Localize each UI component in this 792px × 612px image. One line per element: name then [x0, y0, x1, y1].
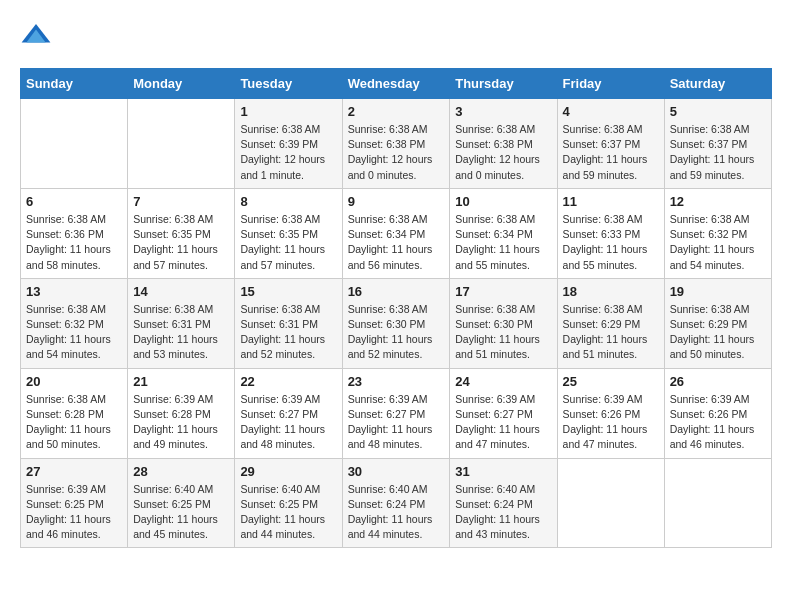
calendar-cell: 25Sunrise: 6:39 AM Sunset: 6:26 PM Dayli…: [557, 368, 664, 458]
day-info: Sunrise: 6:38 AM Sunset: 6:37 PM Dayligh…: [670, 122, 766, 183]
calendar-cell: 20Sunrise: 6:38 AM Sunset: 6:28 PM Dayli…: [21, 368, 128, 458]
day-info: Sunrise: 6:38 AM Sunset: 6:33 PM Dayligh…: [563, 212, 659, 273]
day-number: 12: [670, 194, 766, 209]
calendar-cell: 12Sunrise: 6:38 AM Sunset: 6:32 PM Dayli…: [664, 188, 771, 278]
calendar-cell: 28Sunrise: 6:40 AM Sunset: 6:25 PM Dayli…: [128, 458, 235, 548]
calendar-cell: 2Sunrise: 6:38 AM Sunset: 6:38 PM Daylig…: [342, 99, 450, 189]
calendar-cell: 11Sunrise: 6:38 AM Sunset: 6:33 PM Dayli…: [557, 188, 664, 278]
header-day: Monday: [128, 69, 235, 99]
calendar-cell: 27Sunrise: 6:39 AM Sunset: 6:25 PM Dayli…: [21, 458, 128, 548]
day-number: 22: [240, 374, 336, 389]
day-number: 14: [133, 284, 229, 299]
day-number: 24: [455, 374, 551, 389]
day-number: 20: [26, 374, 122, 389]
day-info: Sunrise: 6:39 AM Sunset: 6:26 PM Dayligh…: [563, 392, 659, 453]
day-info: Sunrise: 6:38 AM Sunset: 6:35 PM Dayligh…: [240, 212, 336, 273]
day-info: Sunrise: 6:40 AM Sunset: 6:25 PM Dayligh…: [133, 482, 229, 543]
calendar-cell: 13Sunrise: 6:38 AM Sunset: 6:32 PM Dayli…: [21, 278, 128, 368]
day-info: Sunrise: 6:40 AM Sunset: 6:24 PM Dayligh…: [348, 482, 445, 543]
day-number: 4: [563, 104, 659, 119]
day-info: Sunrise: 6:38 AM Sunset: 6:31 PM Dayligh…: [240, 302, 336, 363]
day-number: 15: [240, 284, 336, 299]
day-info: Sunrise: 6:38 AM Sunset: 6:29 PM Dayligh…: [670, 302, 766, 363]
header-day: Tuesday: [235, 69, 342, 99]
calendar-cell: 5Sunrise: 6:38 AM Sunset: 6:37 PM Daylig…: [664, 99, 771, 189]
calendar-body: 1Sunrise: 6:38 AM Sunset: 6:39 PM Daylig…: [21, 99, 772, 548]
day-info: Sunrise: 6:38 AM Sunset: 6:36 PM Dayligh…: [26, 212, 122, 273]
calendar-cell: 30Sunrise: 6:40 AM Sunset: 6:24 PM Dayli…: [342, 458, 450, 548]
day-info: Sunrise: 6:38 AM Sunset: 6:38 PM Dayligh…: [455, 122, 551, 183]
day-number: 30: [348, 464, 445, 479]
day-number: 13: [26, 284, 122, 299]
day-number: 16: [348, 284, 445, 299]
day-number: 2: [348, 104, 445, 119]
day-number: 19: [670, 284, 766, 299]
day-number: 17: [455, 284, 551, 299]
calendar-week-row: 20Sunrise: 6:38 AM Sunset: 6:28 PM Dayli…: [21, 368, 772, 458]
day-info: Sunrise: 6:39 AM Sunset: 6:27 PM Dayligh…: [240, 392, 336, 453]
day-info: Sunrise: 6:39 AM Sunset: 6:28 PM Dayligh…: [133, 392, 229, 453]
calendar-cell: 18Sunrise: 6:38 AM Sunset: 6:29 PM Dayli…: [557, 278, 664, 368]
header-row: SundayMondayTuesdayWednesdayThursdayFrid…: [21, 69, 772, 99]
day-info: Sunrise: 6:40 AM Sunset: 6:24 PM Dayligh…: [455, 482, 551, 543]
day-info: Sunrise: 6:38 AM Sunset: 6:28 PM Dayligh…: [26, 392, 122, 453]
day-info: Sunrise: 6:38 AM Sunset: 6:37 PM Dayligh…: [563, 122, 659, 183]
calendar-cell: 31Sunrise: 6:40 AM Sunset: 6:24 PM Dayli…: [450, 458, 557, 548]
day-info: Sunrise: 6:38 AM Sunset: 6:39 PM Dayligh…: [240, 122, 336, 183]
logo: [20, 20, 56, 52]
day-number: 23: [348, 374, 445, 389]
day-number: 9: [348, 194, 445, 209]
calendar-cell: 3Sunrise: 6:38 AM Sunset: 6:38 PM Daylig…: [450, 99, 557, 189]
calendar-cell: 10Sunrise: 6:38 AM Sunset: 6:34 PM Dayli…: [450, 188, 557, 278]
calendar-cell: 22Sunrise: 6:39 AM Sunset: 6:27 PM Dayli…: [235, 368, 342, 458]
day-info: Sunrise: 6:38 AM Sunset: 6:30 PM Dayligh…: [455, 302, 551, 363]
day-number: 1: [240, 104, 336, 119]
day-info: Sunrise: 6:38 AM Sunset: 6:32 PM Dayligh…: [670, 212, 766, 273]
day-info: Sunrise: 6:38 AM Sunset: 6:35 PM Dayligh…: [133, 212, 229, 273]
day-info: Sunrise: 6:38 AM Sunset: 6:30 PM Dayligh…: [348, 302, 445, 363]
calendar-cell: 4Sunrise: 6:38 AM Sunset: 6:37 PM Daylig…: [557, 99, 664, 189]
header-day: Sunday: [21, 69, 128, 99]
day-number: 11: [563, 194, 659, 209]
calendar-cell: 19Sunrise: 6:38 AM Sunset: 6:29 PM Dayli…: [664, 278, 771, 368]
day-number: 29: [240, 464, 336, 479]
day-number: 10: [455, 194, 551, 209]
day-info: Sunrise: 6:38 AM Sunset: 6:38 PM Dayligh…: [348, 122, 445, 183]
day-info: Sunrise: 6:39 AM Sunset: 6:26 PM Dayligh…: [670, 392, 766, 453]
calendar-cell: [21, 99, 128, 189]
calendar-cell: 24Sunrise: 6:39 AM Sunset: 6:27 PM Dayli…: [450, 368, 557, 458]
calendar-cell: 26Sunrise: 6:39 AM Sunset: 6:26 PM Dayli…: [664, 368, 771, 458]
day-number: 21: [133, 374, 229, 389]
calendar-week-row: 27Sunrise: 6:39 AM Sunset: 6:25 PM Dayli…: [21, 458, 772, 548]
day-info: Sunrise: 6:38 AM Sunset: 6:31 PM Dayligh…: [133, 302, 229, 363]
calendar-cell: 6Sunrise: 6:38 AM Sunset: 6:36 PM Daylig…: [21, 188, 128, 278]
day-number: 31: [455, 464, 551, 479]
calendar-week-row: 6Sunrise: 6:38 AM Sunset: 6:36 PM Daylig…: [21, 188, 772, 278]
calendar-cell: 14Sunrise: 6:38 AM Sunset: 6:31 PM Dayli…: [128, 278, 235, 368]
day-info: Sunrise: 6:38 AM Sunset: 6:32 PM Dayligh…: [26, 302, 122, 363]
calendar-cell: 9Sunrise: 6:38 AM Sunset: 6:34 PM Daylig…: [342, 188, 450, 278]
day-number: 7: [133, 194, 229, 209]
calendar-week-row: 1Sunrise: 6:38 AM Sunset: 6:39 PM Daylig…: [21, 99, 772, 189]
calendar-cell: 16Sunrise: 6:38 AM Sunset: 6:30 PM Dayli…: [342, 278, 450, 368]
header-day: Wednesday: [342, 69, 450, 99]
day-info: Sunrise: 6:39 AM Sunset: 6:25 PM Dayligh…: [26, 482, 122, 543]
day-number: 3: [455, 104, 551, 119]
day-number: 5: [670, 104, 766, 119]
page-header: [20, 20, 772, 52]
calendar-cell: 1Sunrise: 6:38 AM Sunset: 6:39 PM Daylig…: [235, 99, 342, 189]
calendar-cell: [664, 458, 771, 548]
day-info: Sunrise: 6:40 AM Sunset: 6:25 PM Dayligh…: [240, 482, 336, 543]
day-info: Sunrise: 6:39 AM Sunset: 6:27 PM Dayligh…: [455, 392, 551, 453]
day-number: 8: [240, 194, 336, 209]
calendar-cell: [557, 458, 664, 548]
calendar-cell: 23Sunrise: 6:39 AM Sunset: 6:27 PM Dayli…: [342, 368, 450, 458]
day-info: Sunrise: 6:38 AM Sunset: 6:34 PM Dayligh…: [348, 212, 445, 273]
calendar-cell: 7Sunrise: 6:38 AM Sunset: 6:35 PM Daylig…: [128, 188, 235, 278]
day-info: Sunrise: 6:38 AM Sunset: 6:34 PM Dayligh…: [455, 212, 551, 273]
logo-icon: [20, 20, 52, 52]
day-info: Sunrise: 6:39 AM Sunset: 6:27 PM Dayligh…: [348, 392, 445, 453]
calendar-cell: 17Sunrise: 6:38 AM Sunset: 6:30 PM Dayli…: [450, 278, 557, 368]
day-info: Sunrise: 6:38 AM Sunset: 6:29 PM Dayligh…: [563, 302, 659, 363]
calendar-header: SundayMondayTuesdayWednesdayThursdayFrid…: [21, 69, 772, 99]
